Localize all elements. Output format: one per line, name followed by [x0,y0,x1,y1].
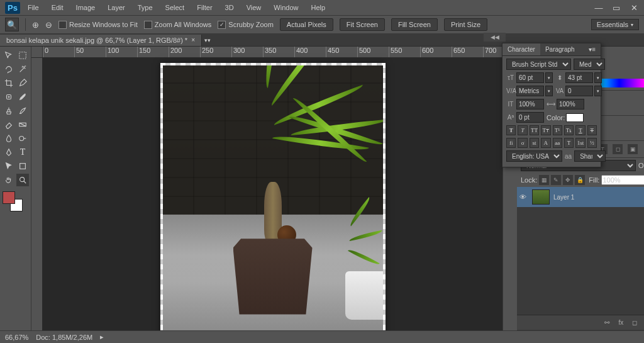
kerning-input[interactable] [516,86,544,96]
pen-tool[interactable] [3,146,15,159]
close-button[interactable]: ✕ [629,4,639,12]
lock-all-icon[interactable]: 🔒 [575,175,585,185]
menu-image[interactable]: Image [71,2,101,13]
menu-file[interactable]: File [23,2,44,13]
lock-position-icon[interactable]: ✥ [563,175,573,185]
subscript-button[interactable]: T₁ [564,125,574,135]
filter-smart-icon[interactable]: ▣ [628,144,638,154]
text-color-chip[interactable] [566,113,584,122]
baseline-input[interactable] [516,112,544,123]
shape-tool[interactable] [16,160,29,172]
scrubby-zoom-checkbox[interactable]: ✓Scrubby Zoom [218,21,274,29]
font-size-input[interactable] [516,72,544,83]
strikethrough-button[interactable]: T [587,125,597,135]
menu-3d[interactable]: 3D [220,2,239,13]
zoom-in-icon[interactable]: ⊕ [32,20,39,30]
character-panel[interactable]: Character Paragraph ▾≡ Brush Script Std … [502,43,601,167]
layer-name[interactable]: Layer 1 [553,194,574,201]
foreground-color[interactable] [3,191,15,204]
vscale-input[interactable] [516,99,544,110]
zoom-tool[interactable] [16,174,29,186]
ordinal-button[interactable]: T [564,138,574,148]
tracking-input[interactable] [565,86,593,96]
horizontal-ruler[interactable]: 0501001502002503003504004505005506006507… [43,47,502,58]
minimize-button[interactable]: — [594,4,604,12]
blur-tool[interactable] [3,132,15,145]
stylistic-button[interactable]: aa [553,138,562,148]
document-canvas[interactable] [160,63,386,330]
fill-screen-button[interactable]: Fill Screen [391,18,438,31]
zoom-level[interactable]: 66,67% [5,334,28,341]
filter-shape-icon[interactable]: ◻ [613,144,623,154]
layer-item[interactable]: 👁 Layer 1 [517,187,644,207]
ligature-fi-button[interactable]: fi [506,138,516,148]
fill-input[interactable] [601,175,644,185]
menu-layer[interactable]: Layer [103,2,130,13]
allcaps-button[interactable]: TT [530,125,539,135]
menu-edit[interactable]: Edit [47,2,69,13]
eraser-tool[interactable] [3,118,15,131]
lock-transparency-icon[interactable]: ▦ [539,175,549,185]
history-brush-tool[interactable] [16,104,29,117]
print-size-button[interactable]: Print Size [444,18,487,31]
visibility-icon[interactable]: 👁 [519,193,528,201]
maximize-button[interactable]: ▭ [611,4,621,12]
font-weight-dropdown[interactable]: Medium [574,59,605,70]
tab-paragraph[interactable]: Paragraph [540,43,580,55]
fit-screen-button[interactable]: Fit Screen [340,18,385,31]
doc-info-flyout-icon[interactable]: ▸ [100,333,104,341]
smallcaps-button[interactable]: Tᴛ [541,125,550,135]
oldstyle-button[interactable]: A [541,138,550,148]
move-tool[interactable] [3,49,15,62]
menu-filter[interactable]: Filter [192,2,217,13]
color-swatches[interactable] [3,191,23,211]
canvas-area[interactable]: 0501001502002503003504004505005506006507… [31,47,502,330]
italic-button[interactable]: T [518,125,527,135]
brush-tool[interactable] [16,91,29,103]
ligature-button[interactable]: σ [518,138,527,148]
menu-help[interactable]: Help [306,2,330,13]
link-layers-icon[interactable]: ⚯ [602,318,612,328]
hscale-input[interactable] [557,99,584,110]
leading-input[interactable] [565,72,593,83]
menu-select[interactable]: Select [160,2,190,13]
menu-view[interactable]: View [242,2,267,13]
healing-brush-tool[interactable] [3,91,15,103]
actual-pixels-button[interactable]: Actual Pixels [280,18,333,31]
zoom-out-icon[interactable]: ⊖ [45,20,52,30]
tab-character[interactable]: Character [502,43,540,55]
hand-tool[interactable] [3,174,15,186]
slashed-zero-button[interactable]: ½ [587,138,597,148]
marquee-tool[interactable] [16,49,29,62]
menu-window[interactable]: Window [269,2,303,13]
tab-overflow-icon[interactable]: ▾▾ [204,37,211,43]
dodge-tool[interactable] [16,132,29,145]
vertical-ruler[interactable] [31,58,43,330]
collapse-panels-icon[interactable]: ◀◀ [484,33,506,42]
clone-stamp-tool[interactable] [3,104,15,117]
swash-button[interactable]: st [530,138,539,148]
menu-type[interactable]: Type [133,2,158,13]
layer-mask-icon[interactable]: ◻ [630,318,640,328]
layer-style-icon[interactable]: fx [616,318,626,328]
layer-thumbnail[interactable] [532,189,550,205]
close-tab-icon[interactable]: × [191,37,195,43]
doc-info[interactable]: Doc: 1,85M/2,26M [36,334,92,341]
language-dropdown[interactable]: English: USA [506,150,562,162]
font-family-dropdown[interactable]: Brush Script Std [506,59,571,70]
workspace-dropdown[interactable]: Essentials▾ [591,19,639,30]
resize-windows-checkbox[interactable]: Resize Windows to Fit [58,21,138,29]
document-tab[interactable]: bonsai kelapa unik sekali.jpg @ 66,7% (L… [0,35,202,46]
lasso-tool[interactable] [3,63,15,76]
superscript-button[interactable]: T¹ [553,125,562,135]
type-tool[interactable]: T [16,146,29,159]
ruler-origin[interactable] [31,47,43,58]
gradient-tool[interactable] [16,118,29,131]
eyedropper-tool[interactable] [16,77,29,89]
path-selection-tool[interactable] [3,160,15,172]
lock-pixels-icon[interactable]: ✎ [551,175,561,185]
magic-wand-tool[interactable] [16,63,29,76]
zoom-all-checkbox[interactable]: Zoom All Windows [144,21,211,29]
fraction-button[interactable]: 1st [575,138,585,148]
bold-button[interactable]: T [506,125,516,135]
